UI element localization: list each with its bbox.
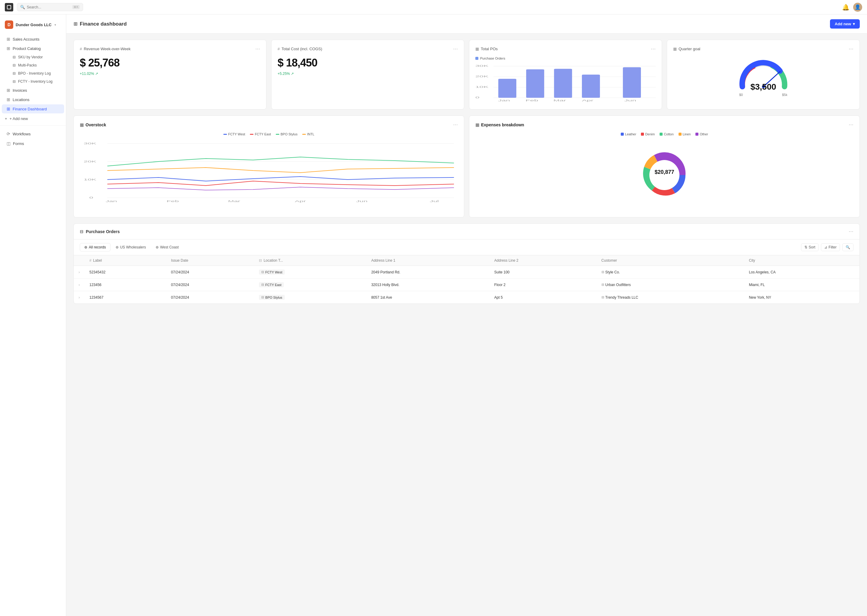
table-icon: ⊟ [602, 295, 604, 299]
sidebar-item-label: Finance Dashboard [13, 107, 47, 111]
sidebar-item-label: Sales Accounts [13, 37, 39, 41]
hash-icon: # [80, 47, 82, 51]
table-icon: ⊟ [13, 79, 16, 83]
purchase-orders-section: ⊟ Purchase Orders ⋯ ⊚ All records ⊚ US W… [74, 223, 860, 304]
sidebar-item-locations[interactable]: ⊞ Locations [2, 95, 64, 104]
kpi-row: # Revenue Week-over-Week ⋯ $ 25,768 +11.… [74, 40, 860, 110]
svg-text:Jul: Jul [430, 200, 438, 203]
svg-text:Jan: Jan [498, 99, 510, 102]
svg-text:Mar: Mar [553, 99, 566, 102]
sidebar-item-label: Invoices [13, 88, 27, 93]
gauge-max-label: $5k [782, 93, 788, 97]
tab-west-coast[interactable]: ⊚ West Coast [151, 243, 183, 251]
kpi-card-revenue: # Revenue Week-over-Week ⋯ $ 25,768 +11.… [74, 40, 266, 110]
kpi-card-quarter-goal: ▦ Quarter goal ⋯ [667, 40, 860, 110]
search-bar[interactable]: 🔍 ⌘K [17, 3, 83, 11]
sidebar-sub-label: BPO - Inventory Log [18, 71, 51, 75]
svg-text:Jun: Jun [356, 200, 367, 203]
sidebar-item-sku-by-vendor[interactable]: ⊟ SKU by Vendor [2, 53, 64, 61]
expand-row-icon[interactable]: › [79, 270, 80, 274]
tab-us-wholesalers[interactable]: ⊚ US Wholesalers [111, 243, 151, 251]
add-new-button[interactable]: Add new ▾ [830, 19, 860, 28]
cell-location: ⊟ BPO Stylus [254, 291, 366, 304]
sidebar-item-forms[interactable]: ◫ Forms [2, 139, 64, 148]
cell-city: New York, NY [744, 291, 859, 304]
add-new-button[interactable]: + + Add new [0, 114, 66, 123]
bar-chart-icon: ▦ [673, 47, 677, 51]
sidebar-item-label: Workflows [13, 132, 31, 136]
overstock-chart-card: ▦ Overstock ⋯ FCTY West FCTY East [74, 115, 464, 217]
sidebar-item-multi-packs[interactable]: ⊟ Multi-Packs [2, 61, 64, 69]
cell-city: Miami, FL [744, 278, 859, 291]
svg-text:20K: 20K [84, 160, 96, 163]
sort-button[interactable]: ⇅ Sort [801, 244, 818, 251]
sidebar-item-workflows[interactable]: ⟳ Workflows [2, 129, 64, 138]
dashboard-icon: ⊞ [74, 21, 77, 27]
svg-text:Feb: Feb [167, 200, 179, 203]
col-header-label: # Label [85, 255, 166, 266]
cell-city: Los Angeles, CA [744, 266, 859, 278]
sidebar-org-header[interactable]: D Dunder Goods LLC ▾ [0, 18, 66, 34]
page-title: ⊞ Finance dashboard [74, 21, 127, 27]
more-options-icon[interactable]: ⋯ [255, 46, 260, 52]
svg-text:0: 0 [475, 96, 479, 99]
col-header-customer: Customer [597, 255, 744, 266]
cell-issue-date: 07/24/2024 [166, 278, 254, 291]
more-options-icon[interactable]: ⋯ [453, 122, 458, 127]
table-icon: ⊟ [13, 71, 16, 75]
po-header: ⊟ Purchase Orders ⋯ [74, 224, 859, 239]
cell-address2: Apt 5 [490, 291, 597, 304]
chevron-down-icon: ▾ [55, 23, 56, 27]
sidebar-sub-label: FCTY - Inventory Log [18, 79, 53, 83]
svg-text:10K: 10K [475, 85, 489, 88]
svg-text:Feb: Feb [526, 99, 538, 102]
po-actions: ⇅ Sort ⊿ Filter 🔍 [801, 244, 853, 251]
table-icon: ⊟ [261, 283, 264, 287]
grid-icon: ⊞ [6, 46, 10, 51]
po-title: ⊟ Purchase Orders [80, 229, 120, 234]
expand-row-icon[interactable]: › [79, 295, 80, 300]
search-button[interactable]: 🔍 [842, 244, 853, 251]
org-icon: D [5, 20, 13, 29]
svg-text:0: 0 [89, 196, 93, 199]
cell-address2: Suite 100 [490, 266, 597, 278]
more-options-icon[interactable]: ⋯ [849, 122, 853, 127]
expand-row-icon[interactable]: › [79, 283, 80, 287]
sidebar-item-product-catalog[interactable]: ⊞ Product Catalog [2, 44, 64, 53]
table-row: › 52345432 07/24/2024 ⊟ FCTY West 2049 P… [74, 266, 859, 278]
gauge-min-label: $0 [739, 93, 743, 97]
dashboard-content: # Revenue Week-over-Week ⋯ $ 25,768 +11.… [66, 34, 867, 310]
search-input[interactable] [27, 5, 71, 9]
main-content: ⊞ Finance dashboard Add new ▾ # Revenue … [66, 14, 867, 616]
svg-text:20K: 20K [475, 75, 489, 78]
plus-icon: + [5, 116, 7, 121]
layers-icon: ⊚ [156, 245, 159, 249]
more-options-icon[interactable]: ⋯ [651, 46, 656, 52]
sidebar: D Dunder Goods LLC ▾ ⊞ Sales Accounts ⊞ … [0, 14, 66, 616]
cell-address1: 8057 1st Ave [366, 291, 490, 304]
sidebar-item-invoices[interactable]: ⊞ Invoices [2, 86, 64, 95]
sidebar-item-bpo-inventory[interactable]: ⊟ BPO - Inventory Log [2, 69, 64, 77]
po-tabs: ⊚ All records ⊚ US Wholesalers ⊚ West Co… [74, 239, 859, 255]
filter-button[interactable]: ⊿ Filter [821, 244, 840, 251]
sidebar-item-sales-accounts[interactable]: ⊞ Sales Accounts [2, 35, 64, 44]
more-options-icon[interactable]: ⋯ [849, 46, 853, 52]
add-new-label: + Add new [9, 116, 28, 121]
po-tabs-list: ⊚ All records ⊚ US Wholesalers ⊚ West Co… [80, 243, 183, 251]
more-options-icon[interactable]: ⋯ [453, 46, 458, 52]
kpi-card-total-pos: ▦ Total POs ⋯ Purchase Orders 30K 20K 10… [469, 40, 662, 110]
svg-text:Apr: Apr [295, 200, 306, 203]
bar-chart-icon: ▦ [475, 47, 479, 51]
notification-bell[interactable]: 🔔 [842, 4, 850, 11]
more-options-icon[interactable]: ⋯ [849, 229, 853, 234]
workflow-icon: ⟳ [6, 132, 10, 136]
gauge-value: $3,500 [750, 82, 776, 92]
col-header-address1: Address Line 1 [366, 255, 490, 266]
svg-text:Jan: Jan [106, 200, 117, 203]
donut-chart: $20,877 [475, 139, 853, 211]
sidebar-item-finance-dashboard[interactable]: ⊞ Finance Dashboard [2, 104, 64, 113]
user-avatar[interactable]: 👤 [853, 3, 862, 12]
tab-all-records[interactable]: ⊚ All records [80, 243, 110, 251]
sidebar-item-fcty-inventory[interactable]: ⊟ FCTY - Inventory Log [2, 78, 64, 85]
table-row: › 123456 07/24/2024 ⊟ FCTY East 32013 Ho… [74, 278, 859, 291]
